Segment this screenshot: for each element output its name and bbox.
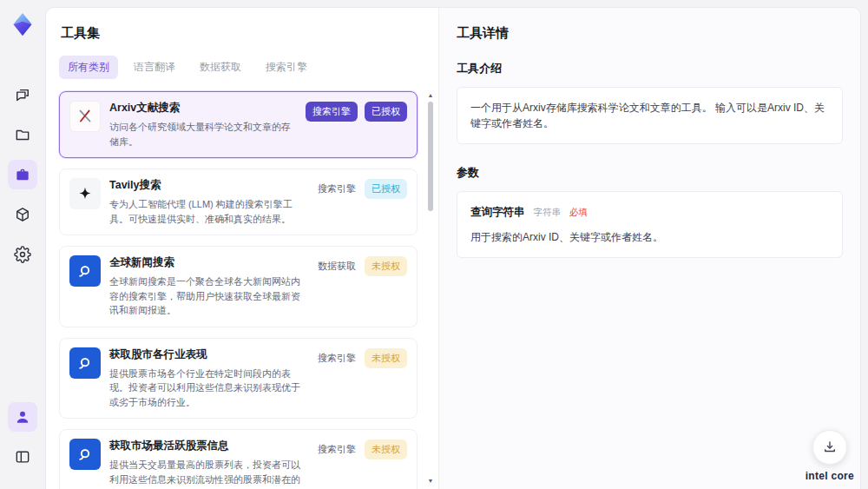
tool-description: 访问各个研究领域大量科学论文和文章的存储库。	[109, 120, 297, 149]
param-description: 用于搜索的Arxiv ID、关键字或作者姓名。	[470, 229, 829, 245]
main-panel: 工具集 所有类别 语言翻译 数据获取 搜索引擎 A	[45, 7, 861, 489]
tool-card-global-news[interactable]: 全球新闻搜索 全球新闻搜索是一个聚合全球各大新闻网站内容的搜索引擎，帮助用户快速…	[59, 246, 418, 327]
tools-panel: 工具集 所有类别 语言翻译 数据获取 搜索引擎 A	[46, 8, 438, 489]
sidebar	[0, 0, 45, 489]
category-badge: 搜索引擎	[316, 179, 358, 199]
folder-icon	[14, 126, 31, 143]
sidebar-item-models[interactable]	[8, 200, 37, 229]
diamond-logo-icon	[10, 11, 36, 37]
category-badge: 搜索引擎	[306, 102, 358, 122]
details-title: 工具详情	[457, 25, 843, 42]
cube-icon	[14, 206, 31, 223]
briefcase-icon	[14, 166, 31, 183]
param-name: 查询字符串	[470, 206, 525, 218]
scroll-down-arrow[interactable]: ▼	[426, 477, 435, 486]
intro-text: 一个用于从Arxiv存储库搜索科学论文和文章的工具。 输入可以是Arxiv ID…	[470, 102, 825, 129]
gear-icon	[14, 246, 31, 263]
tool-name: 获取股市各行业表现	[109, 347, 307, 362]
stock-app-logo-icon	[69, 347, 101, 379]
auth-status-badge: 未授权	[365, 256, 407, 276]
tool-description: 专为人工智能代理 (LLM) 构建的搜索引擎工具。可快速提供实时、准确和真实的结…	[109, 197, 307, 226]
panel-icon	[14, 448, 31, 466]
tool-card-most-active-stocks[interactable]: 获取市场最活跃股票信息 提供当天交易量最高的股票列表，投资者可以利用这些信息来识…	[59, 429, 418, 489]
tool-description: 提供当天交易量最高的股票列表，投资者可以利用这些信息来识别流动性强的股票和潜在的…	[109, 458, 307, 489]
user-icon	[14, 408, 31, 426]
auth-status-badge: 已授权	[365, 102, 407, 122]
tool-description: 提供股票市场各个行业在特定时间段内的表现。投资者可以利用这些信息来识别表现优于或…	[109, 367, 307, 410]
tool-card-sector-performance[interactable]: 获取股市各行业表现 提供股票市场各个行业在特定时间段内的表现。投资者可以利用这些…	[59, 338, 418, 420]
param-required-label: 必填	[569, 207, 588, 217]
tool-name: Tavily搜索	[109, 178, 307, 193]
sidebar-item-collapse[interactable]	[8, 442, 37, 472]
param-type: 字符串	[534, 207, 562, 217]
scrollbar-thumb[interactable]	[428, 102, 433, 211]
category-badge: 搜索引擎	[316, 348, 358, 368]
news-app-logo-icon	[69, 255, 101, 287]
arxiv-logo-icon	[69, 101, 101, 132]
tool-name: Arxiv文献搜索	[109, 101, 297, 116]
category-badge: 数据获取	[316, 256, 358, 276]
tab-all-categories[interactable]: 所有类别	[59, 56, 118, 79]
category-badge: 搜索引擎	[316, 439, 358, 459]
sidebar-item-chat[interactable]	[8, 80, 37, 109]
tool-list: Arxiv文献搜索 访问各个研究领域大量科学论文和文章的存储库。 搜索引擎 已授…	[57, 89, 438, 489]
category-tabs: 所有类别 语言翻译 数据获取 搜索引擎	[59, 56, 438, 79]
tool-name: 全球新闻搜索	[109, 255, 307, 270]
scroll-up-arrow[interactable]: ▲	[426, 91, 435, 100]
tool-details-panel: 工具详情 工具介绍 一个用于从Arxiv存储库搜索科学论文和文章的工具。 输入可…	[438, 8, 860, 489]
intro-heading: 工具介绍	[457, 61, 843, 76]
intro-box: 一个用于从Arxiv存储库搜索科学论文和文章的工具。 输入可以是Arxiv ID…	[457, 87, 843, 144]
auth-status-badge: 未授权	[365, 439, 407, 459]
app-window: 工具集 所有类别 语言翻译 数据获取 搜索引擎 A	[0, 0, 868, 489]
auth-status-badge: 未授权	[365, 348, 407, 368]
corner-widgets: intel core	[806, 430, 854, 482]
tab-language-translation[interactable]: 语言翻译	[125, 56, 184, 79]
tool-card-arxiv[interactable]: Arxiv文献搜索 访问各个研究领域大量科学论文和文章的存储库。 搜索引擎 已授…	[59, 91, 418, 158]
tab-data-fetch[interactable]: 数据获取	[191, 56, 250, 79]
list-scrollbar[interactable]: ▲ ▼	[426, 89, 435, 489]
chat-icon	[14, 86, 31, 103]
page-title: 工具集	[61, 25, 438, 42]
sidebar-item-profile[interactable]	[8, 402, 37, 432]
tab-search-engine[interactable]: 搜索引擎	[257, 56, 316, 79]
download-button[interactable]	[812, 430, 847, 465]
intel-core-logo: intel core	[806, 470, 854, 482]
app-logo	[7, 9, 38, 40]
sidebar-item-files[interactable]	[8, 120, 37, 149]
tavily-logo-icon	[69, 178, 101, 209]
tool-description: 全球新闻搜索是一个聚合全球各大新闻网站内容的搜索引擎，帮助用户快速获取全球最新资…	[109, 274, 307, 318]
sidebar-item-tools[interactable]	[8, 160, 37, 189]
auth-status-badge: 已授权	[365, 179, 407, 199]
stock-app-logo-icon	[69, 439, 101, 470]
sidebar-item-settings[interactable]	[8, 240, 37, 269]
param-box: 查询字符串 字符串 必填 用于搜索的Arxiv ID、关键字或作者姓名。	[457, 191, 843, 258]
tool-name: 获取市场最活跃股票信息	[109, 439, 307, 453]
params-heading: 参数	[457, 165, 843, 181]
tool-card-tavily[interactable]: Tavily搜索 专为人工智能代理 (LLM) 构建的搜索引擎工具。可快速提供实…	[59, 169, 418, 235]
download-icon	[822, 439, 838, 455]
